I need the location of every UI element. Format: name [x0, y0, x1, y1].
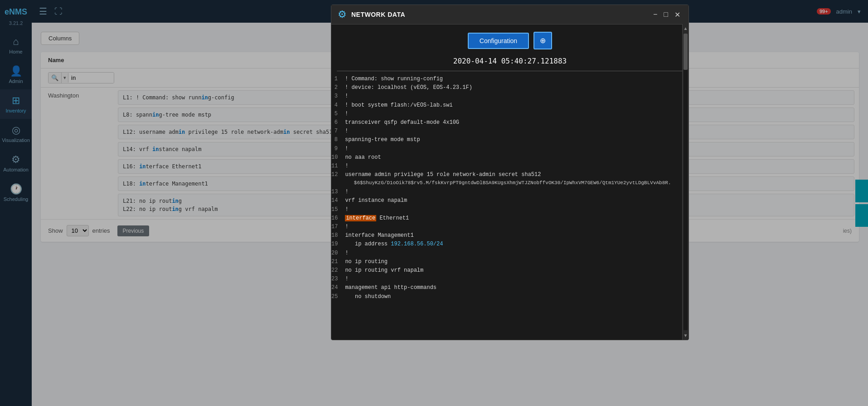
code-line-10: 10 no aaa root [331, 153, 683, 162]
code-line-8: 8 spanning-tree mode mstp [331, 136, 683, 144]
modal-toolbar: Configuration ⊕ [331, 24, 689, 57]
code-line-24: 24 management api http-commands [331, 284, 683, 292]
code-line-12a: 12 username admin privilege 15 role netw… [331, 171, 683, 179]
code-line-21: 21 no ip routing [331, 258, 683, 266]
code-line-7: 7 ! [331, 127, 683, 136]
scrollbar-thumb[interactable] [684, 34, 688, 70]
modal-body: Configuration ⊕ 2020-04-14 05:40:27.1218… [331, 24, 689, 340]
code-line-9: 9 ! [331, 145, 683, 153]
modal-maximize-button[interactable]: □ [662, 10, 670, 19]
code-line-11: 11 ! [331, 162, 683, 171]
configuration-button[interactable]: Configuration [468, 33, 529, 49]
modal-gear-icon: ⚙ [338, 9, 347, 20]
scrollbar-up-button[interactable]: ▲ [683, 24, 689, 33]
code-line-22: 22 no ip routing vrf napalm [331, 266, 683, 275]
code-line-17: 17 ! [331, 223, 683, 231]
scrollbar-track [684, 34, 688, 330]
code-line-23: 23 ! [331, 275, 683, 284]
code-area[interactable]: 1 ! Command: show running-config 2 ! dev… [331, 71, 689, 340]
code-line-1: 1 ! Command: show running-config [331, 75, 683, 83]
scrollbar-down-button[interactable]: ▼ [683, 331, 689, 340]
modal-controls: − □ ✕ [651, 10, 682, 19]
code-line-3: 3 ! [331, 92, 683, 101]
code-line-4: 4 ! boot system flash:/vEOS-lab.swi [331, 101, 683, 110]
modal-close-button[interactable]: ✕ [673, 10, 682, 19]
add-button[interactable]: ⊕ [533, 32, 552, 49]
modal-timestamp: 2020-04-14 05:40:27.121883 [331, 57, 689, 71]
code-line-5: 5 ! [331, 110, 683, 118]
code-line-2: 2 ! device: localhost (vEOS, EOS-4.23.1F… [331, 83, 683, 92]
code-line-20: 20 ! [331, 249, 683, 258]
code-line-18: 18 interface Management1 [331, 231, 683, 240]
modal-scrollbar[interactable]: ▲ ▼ [682, 24, 689, 340]
modal-titlebar: ⚙ Network Data − □ ✕ [331, 5, 689, 24]
code-line-25: 25 no shutdown [331, 293, 683, 301]
ip-address: 192.168.56.50/24 [391, 241, 443, 247]
code-line-16: 16 interface Ethernet1 [331, 214, 683, 223]
network-data-modal: ⚙ Network Data − □ ✕ ▲ ▼ Configuration ⊕… [331, 5, 689, 340]
code-line-14: 14 vrf instance napalm [331, 196, 683, 205]
code-line-12b: $6$ShuyKzG/D1oOik78$rv5.M/fskKvrpPT9gntd… [331, 179, 683, 188]
code-line-6: 6 transceiver qsfp default-mode 4x10G [331, 118, 683, 127]
modal-minimize-button[interactable]: − [651, 10, 659, 19]
code-line-15: 15 ! [331, 205, 683, 214]
keyword-interface: interface [345, 215, 376, 221]
modal-title: Network Data [351, 11, 647, 18]
code-line-19: 19 ip address 192.168.56.50/24 [331, 240, 683, 249]
code-line-13: 13 ! [331, 188, 683, 196]
